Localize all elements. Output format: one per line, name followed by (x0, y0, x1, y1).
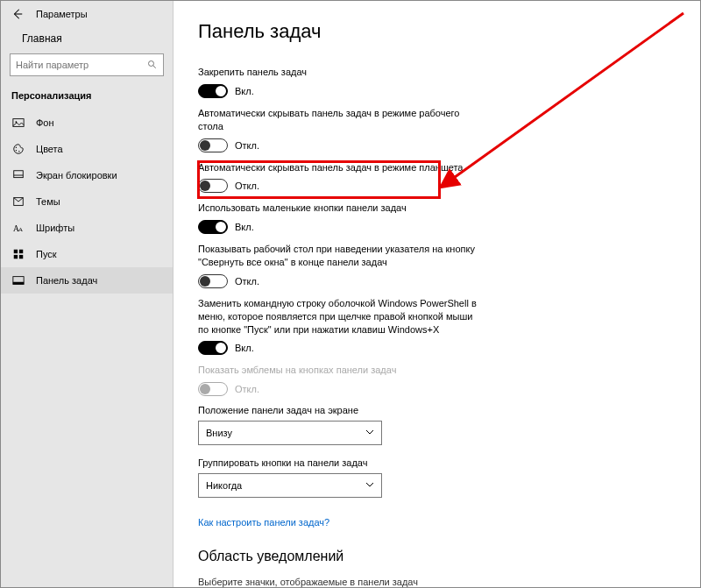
link-select-icons[interactable]: Выберите значки, отображаемые в панели з… (198, 577, 676, 587)
svg-rect-16 (19, 255, 23, 259)
select-label: Группировать кнопки на панели задач (198, 457, 676, 468)
option-powershell: Заменить командную строку оболочкой Wind… (198, 297, 478, 356)
select-taskbar-location: Положение панели задач на экране Внизу (198, 405, 676, 445)
svg-rect-13 (14, 250, 18, 253)
chevron-down-icon (365, 480, 374, 491)
search-icon (147, 60, 158, 70)
select-dropdown[interactable]: Никогда (198, 473, 382, 498)
select-value: Никогда (206, 480, 242, 491)
toggle-state: Откл. (235, 384, 259, 394)
option-lock-taskbar: Закрепить панель задач Вкл. (198, 66, 478, 98)
taskbar-icon (11, 274, 25, 287)
sidebar-item-fonts[interactable]: AA Шрифты (1, 215, 173, 241)
themes-icon (11, 195, 25, 208)
option-label: Закрепить панель задач (198, 66, 478, 79)
svg-text:A: A (18, 226, 23, 233)
sidebar-item-start[interactable]: Пуск (1, 241, 173, 267)
svg-point-1 (149, 61, 154, 67)
option-autohide-tablet: Автоматически скрывать панель задач в ре… (198, 161, 478, 194)
toggle-switch (198, 382, 228, 396)
chevron-down-icon (365, 428, 374, 438)
svg-rect-18 (13, 282, 24, 285)
toggle-state: Откл. (235, 276, 259, 287)
option-show-desktop-peek: Показывать рабочий стол при наведении ук… (198, 243, 478, 288)
option-label: Показать эмблемы на кнопках панели задач (198, 364, 478, 377)
select-dropdown[interactable]: Внизу (198, 421, 382, 445)
toggle-switch[interactable] (198, 220, 228, 234)
toggle-switch[interactable] (198, 84, 228, 98)
toggle-switch[interactable] (198, 138, 228, 152)
search-field[interactable] (16, 60, 147, 70)
home-label: Главная (22, 32, 62, 45)
sidebar: Параметры Главная Персонализация Фон (1, 1, 173, 587)
start-icon (11, 248, 25, 260)
svg-line-2 (153, 66, 156, 68)
toggle-state: Откл. (235, 140, 259, 151)
back-icon[interactable] (11, 8, 24, 20)
svg-point-5 (16, 147, 17, 148)
sidebar-item-label: Цвета (36, 144, 63, 154)
toggle-state: Откл. (235, 181, 259, 191)
picture-icon (11, 117, 25, 129)
sidebar-home[interactable]: Главная (1, 27, 173, 50)
toggle-state: Вкл. (235, 86, 254, 96)
sidebar-item-themes[interactable]: Темы (1, 188, 173, 215)
lockscreen-icon (11, 169, 25, 181)
option-label: Автоматически скрывать панель задач в ре… (198, 107, 478, 133)
sidebar-section-label: Персонализация (1, 85, 173, 110)
option-label: Заменить командную строку оболочкой Wind… (198, 297, 478, 337)
sidebar-item-label: Темы (36, 196, 60, 207)
sidebar-item-taskbar[interactable]: Панель задач (1, 267, 173, 294)
section-heading: Область уведомлений (198, 549, 676, 564)
page-title: Панель задач (198, 20, 676, 43)
svg-rect-8 (14, 171, 24, 178)
toggle-switch[interactable] (198, 274, 228, 288)
sidebar-item-label: Шрифты (36, 223, 74, 233)
svg-rect-14 (19, 250, 23, 253)
option-badges: Показать эмблемы на кнопках панели задач… (198, 364, 478, 396)
sidebar-item-label: Пуск (36, 249, 57, 259)
fonts-icon: AA (11, 222, 25, 234)
select-value: Внизу (206, 428, 232, 438)
sidebar-item-label: Экран блокировки (36, 170, 117, 181)
toggle-switch[interactable] (198, 179, 228, 193)
sidebar-item-background[interactable]: Фон (1, 110, 173, 136)
sidebar-item-label: Панель задач (36, 275, 97, 286)
select-group-buttons: Группировать кнопки на панели задач Нико… (198, 457, 676, 498)
option-label: Использовать маленькие кнопки панели зад… (198, 202, 478, 215)
toggle-switch[interactable] (198, 341, 228, 355)
select-label: Положение панели задач на экране (198, 405, 676, 415)
main-panel: Панель задач Закрепить панель задач Вкл.… (173, 1, 700, 587)
option-small-buttons: Использовать маленькие кнопки панели зад… (198, 202, 478, 234)
window-title: Параметры (36, 9, 88, 19)
search-input[interactable] (10, 53, 164, 76)
sidebar-item-colors[interactable]: Цвета (1, 136, 173, 162)
sidebar-item-lockscreen[interactable]: Экран блокировки (1, 162, 173, 188)
palette-icon (11, 143, 25, 155)
option-label: Автоматически скрывать панель задач в ре… (198, 161, 478, 174)
sidebar-item-label: Фон (36, 117, 54, 128)
svg-rect-15 (14, 255, 18, 259)
sidebar-nav: Фон Цвета Экран блокировки Темы AA Шрифт… (1, 110, 173, 294)
toggle-state: Вкл. (235, 343, 254, 353)
svg-rect-3 (13, 119, 24, 127)
toggle-state: Вкл. (235, 222, 254, 232)
option-autohide-desktop: Автоматически скрывать панель задач в ре… (198, 107, 478, 152)
help-link[interactable]: Как настроить панели задач? (198, 517, 329, 528)
option-label: Показывать рабочий стол при наведении ук… (198, 243, 478, 269)
svg-point-6 (16, 150, 17, 151)
svg-point-7 (18, 151, 19, 152)
